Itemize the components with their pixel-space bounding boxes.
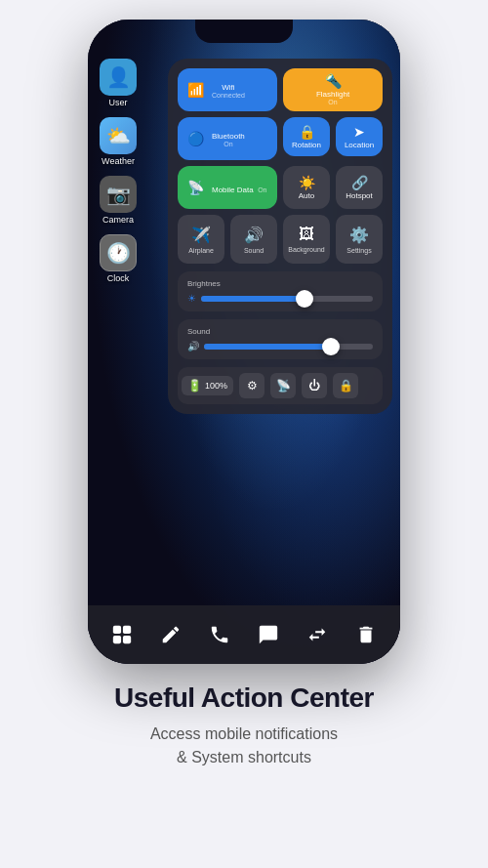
sound-thumb[interactable]: [322, 338, 340, 355]
dock-messages-icon[interactable]: [251, 617, 286, 652]
brightness-fill: [201, 296, 305, 302]
power-btn[interactable]: ⏻: [302, 373, 327, 398]
rotation-label: Rotation: [292, 141, 321, 149]
wifi-button[interactable]: 📶 Wifi Connected: [178, 68, 277, 111]
bluetooth-button[interactable]: 🔵 Bluetooth On: [178, 117, 277, 160]
bluetooth-icon: 🔵: [187, 132, 204, 145]
brightness-icon: ☀: [187, 293, 196, 304]
flashlight-button[interactable]: 🔦 Flashlight On: [283, 68, 383, 111]
brightness-thumb[interactable]: [296, 290, 313, 308]
bluetooth-sublabel: On: [212, 141, 245, 147]
sound-icon: 🔊: [244, 226, 264, 244]
battery-text: 100%: [205, 381, 227, 391]
wifi-sublabel: Connected: [212, 92, 245, 99]
sound-button[interactable]: 🔊 Sound: [230, 215, 277, 264]
cast-btn[interactable]: 📡: [270, 373, 296, 398]
camera-label: Camera: [102, 215, 134, 225]
weather-label: Weather: [102, 156, 135, 166]
sliders-section: Brightnes ☀ Sound 🔊: [178, 271, 383, 359]
flashlight-label: Flashlight: [316, 90, 349, 99]
mobile-data-icon: 📡: [187, 181, 204, 194]
brightness-label: Brightnes: [187, 279, 373, 288]
app-user[interactable]: 👤 User: [100, 59, 137, 107]
location-icon: ➤: [353, 125, 365, 139]
dock-phone-icon[interactable]: [202, 617, 237, 652]
wifi-icon: 📶: [187, 83, 204, 97]
app-camera[interactable]: 📷 Camera: [100, 176, 137, 225]
dock-icon-1[interactable]: [104, 617, 140, 652]
flashlight-icon: 🔦: [325, 74, 342, 88]
subtitle: Access mobile notifications& System shor…: [114, 723, 374, 769]
cc-row-3: ✈️ Airplane 🔊 Sound 🖼 Background ⚙️ Sett…: [178, 215, 383, 264]
weather-icon: ⛅: [100, 117, 137, 154]
rotation-button[interactable]: 🔒 Rotation: [283, 117, 330, 156]
airplane-button[interactable]: ✈️ Airplane: [178, 215, 224, 264]
cc-bottom-status: 🔋 100% ⚙ 📡 ⏻ 🔒: [178, 367, 383, 404]
phone-frame: 👤 User ⛅ Weather 📷 Camera 🕐 Clock: [88, 20, 400, 664]
text-section: Useful Action Center Access mobile notif…: [85, 682, 403, 769]
clock-icon: 🕐: [100, 234, 137, 271]
svg-rect-0: [113, 626, 121, 634]
phone-dock: [88, 605, 400, 664]
svg-rect-1: [123, 626, 131, 634]
hotspot-icon: 🔗: [351, 176, 368, 189]
user-label: User: [108, 98, 127, 107]
svg-rect-2: [113, 636, 121, 643]
location-label: Location: [345, 141, 374, 149]
user-icon: 👤: [100, 59, 137, 96]
sound-button-label: Sound: [244, 247, 264, 254]
location-button[interactable]: ➤ Location: [336, 117, 383, 156]
clock-label: Clock: [107, 273, 130, 283]
background-label: Background: [288, 246, 324, 253]
airplane-icon: ✈️: [191, 226, 211, 244]
dock-trash-icon[interactable]: [348, 617, 384, 652]
cc-row-2: 📡 Mobile Data On ☀️ Auto 🔗 Hotspot: [178, 166, 383, 209]
app-clock[interactable]: 🕐 Clock: [100, 234, 137, 283]
sound-fill: [204, 344, 331, 350]
mobile-data-sublabel: On: [258, 186, 266, 193]
background-button[interactable]: 🖼 Background: [283, 215, 330, 264]
mobile-data-label: Mobile Data: [212, 186, 254, 194]
settings-label: Settings: [346, 247, 371, 254]
phone-mockup: 👤 User ⛅ Weather 📷 Camera 🕐 Clock: [88, 20, 400, 664]
auto-icon: ☀️: [299, 176, 315, 189]
main-title: Useful Action Center: [114, 682, 374, 715]
sound-slider-icon: 🔊: [187, 341, 199, 351]
mobile-data-button[interactable]: 📡 Mobile Data On: [178, 166, 277, 209]
settings-icon: ⚙️: [349, 226, 369, 244]
app-weather[interactable]: ⛅ Weather: [100, 117, 137, 166]
notch: [195, 20, 293, 43]
camera-icon: 📷: [100, 176, 137, 213]
brightness-slider-row: ☀: [187, 293, 373, 304]
background-icon: 🖼: [299, 226, 314, 243]
svg-rect-3: [123, 636, 131, 643]
sound-track[interactable]: [204, 344, 373, 350]
flashlight-sublabel: On: [328, 99, 337, 105]
auto-button[interactable]: ☀️ Auto: [283, 166, 330, 209]
wifi-label: Wifi: [212, 83, 245, 92]
control-center-panel: 📶 Wifi Connected 🔵 Bluetooth On: [168, 59, 392, 414]
hotspot-button[interactable]: 🔗 Hotspot: [336, 166, 383, 209]
brightness-track-container: [201, 296, 373, 302]
settings-status-btn[interactable]: ⚙: [239, 373, 264, 398]
sound-slider-label: Sound: [187, 327, 373, 336]
dock-swap-icon[interactable]: [300, 617, 335, 652]
dock-icon-2[interactable]: [153, 617, 188, 652]
cc-row-1: 📶 Wifi Connected 🔵 Bluetooth On: [178, 68, 383, 160]
battery-indicator: 🔋 100%: [182, 376, 233, 395]
brightness-slider-section: Brightnes ☀: [178, 271, 383, 311]
rotation-icon: 🔒: [299, 125, 315, 139]
left-app-icons: 👤 User ⛅ Weather 📷 Camera 🕐 Clock: [100, 59, 137, 283]
sound-slider-row: 🔊: [187, 341, 373, 351]
battery-icon: 🔋: [187, 379, 202, 393]
hotspot-label: Hotspot: [346, 191, 373, 200]
settings-button[interactable]: ⚙️ Settings: [336, 215, 383, 264]
auto-label: Auto: [299, 191, 314, 200]
brightness-track[interactable]: [201, 296, 373, 302]
sound-track-container: [204, 344, 373, 350]
airplane-label: Airplane: [188, 247, 214, 254]
lock-status-btn[interactable]: 🔒: [333, 373, 358, 398]
sound-slider-section: Sound 🔊: [178, 319, 383, 359]
bluetooth-label: Bluetooth: [212, 132, 245, 141]
